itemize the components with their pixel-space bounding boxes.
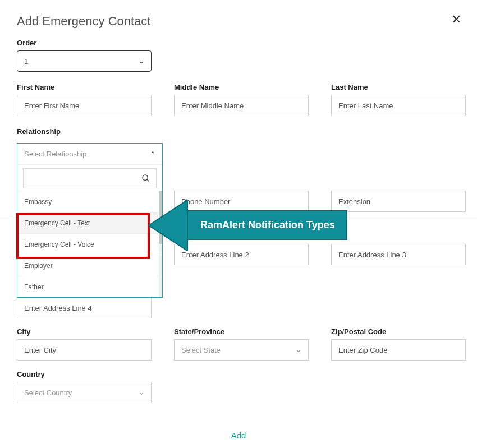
relationship-options-list: Embassy Emergency Cell - Text Emergency …	[17, 191, 162, 297]
arrow-left-icon	[149, 200, 188, 251]
city-input[interactable]	[17, 339, 152, 361]
chevron-up-icon: ⌃	[150, 150, 155, 158]
state-placeholder: Select State	[181, 346, 221, 354]
zip-input[interactable]	[331, 339, 466, 361]
country-placeholder: Select Country	[24, 389, 72, 397]
address-line-4-input[interactable]	[17, 297, 152, 318]
relationship-option-employer[interactable]: Employer	[17, 255, 162, 276]
address-line-2-input[interactable]	[174, 244, 309, 265]
state-label: State/Province	[174, 327, 309, 336]
relationship-dropdown-header[interactable]: Select Relationship ⌃	[17, 144, 162, 165]
relationship-placeholder: Select Relationship	[24, 150, 86, 158]
svg-point-0	[143, 175, 148, 180]
add-button[interactable]: Add	[0, 431, 477, 440]
city-label: City	[17, 327, 152, 336]
last-name-input[interactable]	[331, 95, 466, 116]
relationship-option-father[interactable]: Father	[17, 276, 162, 297]
search-icon	[141, 174, 150, 183]
chevron-down-icon: ⌄	[296, 346, 301, 354]
close-button[interactable]: ✕	[451, 12, 461, 27]
relationship-option-emergency-cell-text[interactable]: Emergency Cell - Text	[17, 212, 162, 233]
svg-marker-2	[149, 200, 188, 251]
first-name-input[interactable]	[17, 95, 152, 116]
svg-line-1	[147, 179, 149, 181]
extension-input[interactable]	[331, 191, 466, 212]
last-name-label: Last Name	[331, 83, 466, 91]
annotation-arrow: RamAlert Notification Types	[149, 210, 347, 240]
order-value: 1	[24, 57, 28, 66]
relationship-option-emergency-cell-voice[interactable]: Emergency Cell - Voice	[17, 233, 162, 255]
country-select[interactable]: Select Country ⌄	[17, 382, 152, 403]
annotation-text: RamAlert Notification Types	[187, 210, 347, 240]
state-select[interactable]: Select State ⌄	[174, 339, 309, 361]
relationship-dropdown[interactable]: Select Relationship ⌃ Embassy Emergency …	[17, 143, 163, 298]
relationship-search-input[interactable]	[23, 168, 157, 188]
middle-name-input[interactable]	[174, 95, 309, 116]
chevron-down-icon: ⌄	[139, 57, 144, 65]
middle-name-label: Middle Name	[174, 83, 309, 91]
first-name-label: First Name	[17, 83, 152, 91]
modal-title: Add Emergency Contact	[17, 14, 460, 29]
chevron-down-icon: ⌄	[139, 389, 144, 396]
add-emergency-contact-modal: Add Emergency Contact ✕ Order 1 ⌄ First …	[0, 0, 477, 136]
country-label: Country	[17, 370, 152, 378]
address-line-3-input[interactable]	[331, 244, 466, 265]
phone-input[interactable]	[174, 191, 309, 212]
order-select[interactable]: 1 ⌄	[17, 50, 152, 72]
relationship-label: Relationship	[17, 127, 460, 136]
zip-label: Zip/Postal Code	[331, 327, 466, 336]
relationship-option-embassy[interactable]: Embassy	[17, 191, 162, 212]
order-label: Order	[17, 39, 460, 47]
